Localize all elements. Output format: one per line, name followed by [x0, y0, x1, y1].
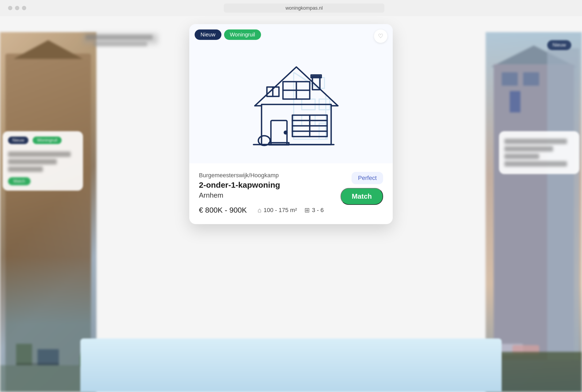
- card-right-section: Perfect Match: [341, 172, 383, 205]
- card-left-section: Burgemeesterswijk/Hoogkamp 2-onder-1-kap…: [199, 172, 341, 214]
- left-card-text-1: [8, 152, 71, 157]
- right-blurred-card: [499, 131, 579, 174]
- size-value: 100 - 175 m²: [264, 207, 297, 214]
- left-card-text-2: [8, 159, 57, 164]
- card-info: Burgemeesterswijk/Hoogkamp 2-onder-1-kap…: [189, 163, 393, 224]
- bed-icon: ⊞: [304, 206, 310, 214]
- match-button[interactable]: Match: [341, 188, 383, 205]
- right-card-text-4: [504, 161, 567, 167]
- woningruil-badge: Woningruil: [224, 29, 261, 40]
- card-image-area: Nieuw Woningruil ♡: [189, 24, 393, 163]
- neighborhood: Burgemeesterswijk/Hoogkamp: [199, 172, 341, 179]
- nieuw-badge: Nieuw: [195, 29, 221, 40]
- right-top-badge: Nieuw: [547, 40, 571, 50]
- left-card-text-3: [8, 167, 43, 172]
- bottom-scene: [80, 338, 502, 392]
- url-text: woningkompas.nl: [285, 5, 323, 11]
- price: € 800K - 900K: [199, 206, 247, 214]
- right-card-text-1: [504, 139, 567, 144]
- left-card-match-badge: Match: [8, 177, 31, 185]
- right-card-text-2: [504, 146, 553, 152]
- right-house-image: [486, 32, 582, 392]
- svg-rect-22: [269, 143, 289, 145]
- city: Arnhem: [199, 191, 341, 199]
- address-bar[interactable]: woningkompas.nl: [224, 3, 384, 13]
- rooms-spec: ⊞ 3 - 6: [304, 206, 324, 214]
- minimize-button[interactable]: [15, 6, 19, 10]
- property-card: Nieuw Woningruil ♡: [189, 24, 393, 224]
- close-button[interactable]: [8, 6, 12, 10]
- size-spec: ⌂ 100 - 175 m²: [258, 206, 297, 214]
- traffic-lights: [8, 6, 26, 10]
- perfect-badge: Perfect: [352, 172, 383, 184]
- house-illustration: [240, 40, 342, 147]
- right-card-text-3: [504, 154, 539, 159]
- heart-icon: ♡: [378, 33, 383, 40]
- svg-point-15: [284, 131, 287, 134]
- left-blurred-card: Nieuw Woningruil Match: [3, 131, 83, 191]
- specs-row: ⌂ 100 - 175 m² ⊞ 3 - 6: [258, 206, 324, 214]
- favorite-button[interactable]: ♡: [374, 29, 387, 43]
- left-card-woningruil-badge: Woningruil: [33, 137, 61, 144]
- browser-chrome: woningkompas.nl: [0, 0, 582, 16]
- left-card-nieuw-badge: Nieuw: [8, 137, 28, 144]
- card-badges: Nieuw Woningruil: [195, 29, 261, 40]
- maximize-button[interactable]: [22, 6, 26, 10]
- svg-rect-6: [262, 104, 331, 145]
- house-icon: ⌂: [258, 206, 262, 214]
- left-house-image: [0, 32, 96, 392]
- house-type: 2-onder-1-kapwoning: [199, 180, 341, 190]
- rooms-value: 3 - 6: [312, 207, 324, 214]
- blurred-line-1: [83, 33, 158, 44]
